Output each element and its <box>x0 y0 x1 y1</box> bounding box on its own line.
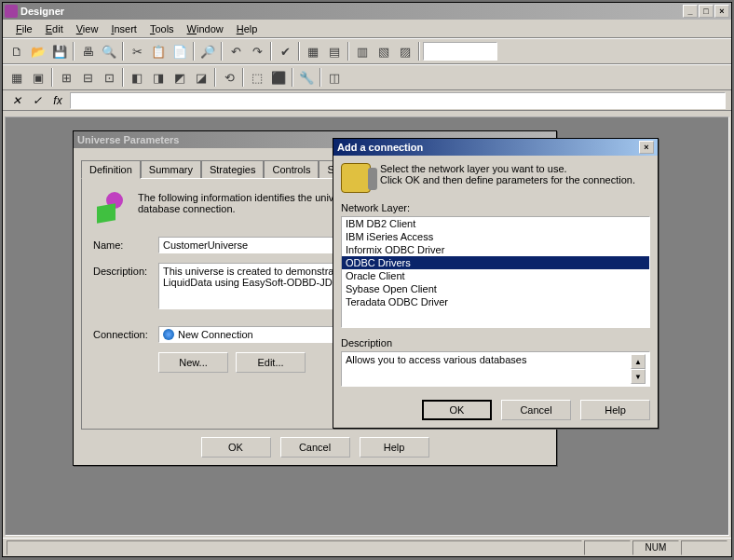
scroll-down-icon[interactable]: ▼ <box>631 369 646 384</box>
table-icon[interactable]: ▦ <box>303 41 323 61</box>
new-icon[interactable]: 🗋 <box>7 41 27 61</box>
check-icon[interactable]: ✔ <box>275 41 295 61</box>
status-main <box>7 540 582 555</box>
universe-icon <box>93 190 127 224</box>
grid2-icon[interactable]: ▥ <box>352 41 373 61</box>
open-icon[interactable]: 📂 <box>28 41 48 61</box>
tab-strategies[interactable]: Strategies <box>201 160 265 179</box>
ac-close-button[interactable]: × <box>639 141 654 154</box>
ac-help-button[interactable]: Help <box>580 400 650 420</box>
grid3-icon[interactable]: ▧ <box>374 41 394 61</box>
menu-window[interactable]: Window <box>182 21 229 35</box>
print-icon[interactable]: 🖶 <box>77 41 98 61</box>
toolbar-1: 🗋 📂 💾 🖶 🔍 ✂ 📋 📄 🔎 ↶ ↷ ✔ ▦ ▤ ▥ ▧ ▨ <box>3 38 731 64</box>
close-button[interactable]: × <box>714 5 729 18</box>
globe-icon <box>163 329 174 340</box>
wrench-icon[interactable]: 🔧 <box>296 67 317 88</box>
tab-definition[interactable]: Definition <box>81 160 141 179</box>
formula-bar: ✕ ✓ fx <box>3 90 731 111</box>
toolbar-combo[interactable] <box>423 42 497 61</box>
edit-button[interactable]: Edit... <box>236 352 306 373</box>
menu-tools[interactable]: Tools <box>144 21 180 35</box>
wizard-icon <box>341 163 371 193</box>
desc-label: Description: <box>93 263 158 277</box>
t2-icon-14[interactable]: ◫ <box>324 67 345 88</box>
list-item[interactable]: IBM DB2 Client <box>342 217 649 230</box>
list-item[interactable]: IBM iSeries Access <box>342 230 649 243</box>
t2-icon-3[interactable]: ⊞ <box>56 67 76 88</box>
preview-icon[interactable]: 🔍 <box>99 41 119 61</box>
save-icon[interactable]: 💾 <box>49 41 70 61</box>
formula-input[interactable] <box>70 92 726 109</box>
network-layer-label: Network Layer: <box>341 202 650 213</box>
tab-summary[interactable]: Summary <box>141 160 201 179</box>
paste-icon[interactable]: 📄 <box>170 41 190 61</box>
list-item[interactable]: ODBC Drivers <box>342 256 649 269</box>
t2-icon-10[interactable]: ⟲ <box>219 67 239 88</box>
name-label: Name: <box>93 237 158 251</box>
menu-insert[interactable]: Insert <box>105 21 143 35</box>
t2-icon-1[interactable]: ▦ <box>7 67 27 88</box>
up-cancel-button[interactable]: Cancel <box>280 437 350 458</box>
grid1-icon[interactable]: ▤ <box>324 41 345 61</box>
status-cell-1 <box>584 540 631 555</box>
ac-intro2: Click OK and then define parameters for … <box>380 174 650 185</box>
ac-titlebar[interactable]: Add a connection × <box>333 139 658 156</box>
ac-cancel-button[interactable]: Cancel <box>501 400 571 420</box>
conn-label: Connection: <box>93 326 158 340</box>
copy-icon[interactable]: 📋 <box>148 41 169 61</box>
t2-icon-11[interactable]: ⬚ <box>247 67 267 88</box>
ac-title: Add a connection <box>337 142 423 153</box>
t2-icon-4[interactable]: ⊟ <box>77 67 98 88</box>
menu-file[interactable]: File <box>10 21 38 35</box>
toolbar-2: ▦ ▣ ⊞ ⊟ ⊡ ◧ ◨ ◩ ◪ ⟲ ⬚ ⬛ 🔧 ◫ <box>3 64 731 90</box>
list-item[interactable]: Sybase Open Client <box>342 282 649 295</box>
maximize-button[interactable]: □ <box>699 5 714 18</box>
list-item[interactable]: Informix ODBC Driver <box>342 243 649 256</box>
status-cell-3 <box>681 540 727 555</box>
add-connection-dialog: Add a connection × Select the network la… <box>333 138 659 429</box>
list-item[interactable]: Oracle Client <box>342 269 649 282</box>
cut-icon[interactable]: ✂ <box>127 41 147 61</box>
main-titlebar: Designer _ □ × <box>3 3 731 20</box>
status-num: NUM <box>632 540 679 555</box>
t2-icon-8[interactable]: ◩ <box>170 67 190 88</box>
menu-view[interactable]: View <box>71 21 104 35</box>
formula-cancel[interactable]: ✕ <box>8 92 25 109</box>
redo-icon[interactable]: ↷ <box>247 41 267 61</box>
find-icon[interactable]: 🔎 <box>197 41 218 61</box>
grid4-icon[interactable]: ▨ <box>395 41 415 61</box>
up-help-button[interactable]: Help <box>360 437 429 458</box>
ac-intro1: Select the network layer you want to use… <box>380 163 650 174</box>
formula-accept[interactable]: ✓ <box>29 92 46 109</box>
minimize-button[interactable]: _ <box>683 5 698 18</box>
ac-desc-value: Allows you to access various databases <box>346 354 631 365</box>
app-icon <box>5 5 18 18</box>
t2-icon-9[interactable]: ◪ <box>191 67 211 88</box>
connection-value: New Connection <box>178 329 253 340</box>
network-layer-list[interactable]: IBM DB2 ClientIBM iSeries AccessInformix… <box>341 216 650 328</box>
new-button[interactable]: New... <box>158 352 228 373</box>
scroll-up-icon[interactable]: ▲ <box>631 354 646 369</box>
undo-icon[interactable]: ↶ <box>225 41 246 61</box>
formula-fx[interactable]: fx <box>49 92 66 109</box>
up-ok-button[interactable]: OK <box>201 437 271 458</box>
t2-icon-7[interactable]: ◨ <box>148 67 169 88</box>
t2-icon-12[interactable]: ⬛ <box>268 67 289 88</box>
menubar: File Edit View Insert Tools Window Help <box>3 20 731 38</box>
t2-icon-2[interactable]: ▣ <box>28 67 48 88</box>
ac-desc-label: Description <box>341 337 650 348</box>
app-title: Designer <box>20 6 683 17</box>
ac-desc-box: Allows you to access various databases ▲… <box>341 351 650 387</box>
t2-icon-6[interactable]: ◧ <box>127 67 147 88</box>
statusbar: NUM <box>3 538 731 556</box>
ac-ok-button[interactable]: OK <box>422 400 492 420</box>
menu-help[interactable]: Help <box>231 21 264 35</box>
list-item[interactable]: Teradata ODBC Driver <box>342 295 649 308</box>
up-title: Universe Parameters <box>77 134 179 145</box>
tab-controls[interactable]: Controls <box>264 160 319 179</box>
menu-edit[interactable]: Edit <box>40 21 69 35</box>
t2-icon-5[interactable]: ⊡ <box>99 67 119 88</box>
